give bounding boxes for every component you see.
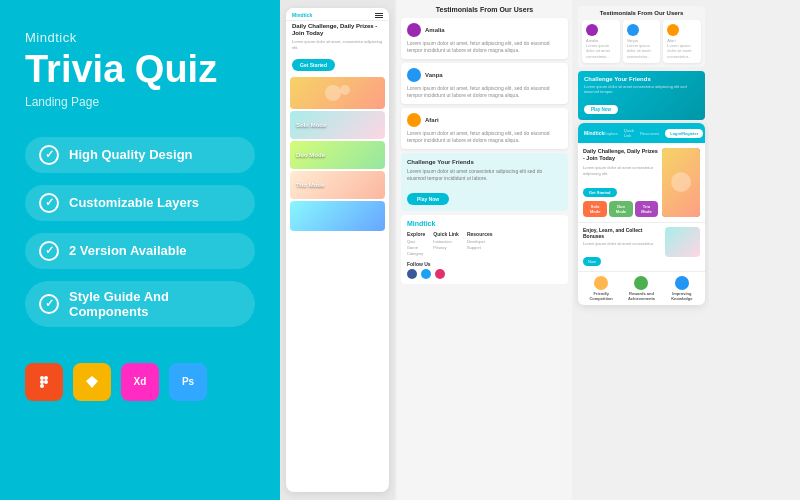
desktop-hero-title: Daily Challenge, Daily Prizes - Join Tod… <box>583 148 658 162</box>
subtitle: Landing Page <box>25 95 255 109</box>
why-label-1: Friendly Competition <box>583 292 619 302</box>
testimonial-text-3: Lorem ipsum dolor sit amet, fetur adipis… <box>407 130 562 144</box>
footer-link-support[interactable]: Support <box>467 245 493 250</box>
desktop-get-started-button[interactable]: Get Started <box>583 188 617 197</box>
why-label-3: Improving Knowledge <box>664 292 700 302</box>
testimonial-1: Amalia Lorem ipsum dolor sit amet, fetur… <box>401 18 568 59</box>
footer-link-quiz[interactable]: Quiz <box>407 239 425 244</box>
testimonial-2: Vanpa Lorem ipsum dolor sit amet, fetur … <box>401 63 568 104</box>
why-item-3: Improving Knowledge <box>664 276 700 302</box>
check-icon-2: ✓ <box>39 193 59 213</box>
mini-avatar-3 <box>667 24 679 36</box>
twitter-icon[interactable] <box>421 269 431 279</box>
desktop-enjoy-title: Enjoy, Learn, and Collect Bonuses <box>583 227 660 239</box>
trio-mode-block: Trio Mode <box>290 171 385 199</box>
footer-link-category[interactable]: Category <box>407 251 425 256</box>
feature-text-2: Customizable Layers <box>69 195 199 210</box>
svg-point-6 <box>325 85 341 101</box>
phone-hero-title: Daily Challenge, Daily Prizes - Join Tod… <box>286 21 389 39</box>
login-register-button[interactable]: Login/Register <box>665 129 703 138</box>
feature-item-1: ✓ High Quality Design <box>25 137 255 173</box>
svg-marker-5 <box>86 376 98 388</box>
phone-hero-desc: Lorem ipsum dolor sit amet, consectetur … <box>286 39 389 52</box>
challenge-text: Lorem ipsum dolor sit amet consectetur a… <box>407 168 562 182</box>
check-icon-1: ✓ <box>39 145 59 165</box>
desktop-duo-chip: Duo Mode <box>609 201 633 217</box>
hamburger-icon[interactable] <box>375 13 383 18</box>
desktop-modes: Solo Mode Duo Mode Trio Mode <box>583 201 658 217</box>
testimonial-text-2: Lorem ipsum dolor sit amet, fetur adipis… <box>407 85 562 99</box>
sketch-icon <box>73 363 111 401</box>
mini-avatar-1 <box>586 24 598 36</box>
why-label-2: Rewards and Achievements <box>623 292 659 302</box>
feature-item-3: ✓ 2 Version Available <box>25 233 255 269</box>
avatar-afari <box>407 113 421 127</box>
mini-testimonial-3: Afari Lorem ipsum dolor sit amet consect… <box>663 20 701 63</box>
feature-text-1: High Quality Design <box>69 147 193 162</box>
footer-link-privacy[interactable]: Privacy <box>433 245 459 250</box>
mini-text-1: Lorem ipsum dolor sit amet consectetur..… <box>586 43 616 59</box>
testimonials-title: Testimonials From Our Users <box>401 6 568 13</box>
why-icon-1 <box>594 276 608 290</box>
feature-text-3: 2 Version Available <box>69 243 187 258</box>
testimonials-grid: Testimonials From Our Users Amalia Lorem… <box>578 6 705 67</box>
feature-item-2: ✓ Customizable Layers <box>25 185 255 221</box>
play-now-button[interactable]: Play Now <box>407 193 449 205</box>
feature-list: ✓ High Quality Design ✓ Customizable Lay… <box>25 137 255 327</box>
why-item-2: Rewards and Achievements <box>623 276 659 302</box>
desktop-header: Mindtick Explore Quick Link Resources Lo… <box>578 123 705 143</box>
facebook-icon[interactable] <box>407 269 417 279</box>
user-name-2: Vanpa <box>425 72 443 78</box>
person-image-block <box>290 201 385 231</box>
footer-link-developer[interactable]: Developer <box>467 239 493 244</box>
xd-icon: Xd <box>121 363 159 401</box>
instagram-icon[interactable] <box>435 269 445 279</box>
footer-col-title-1: Explore <box>407 231 425 237</box>
footer-section: Mindtick Explore Quiz Game Category Quic… <box>401 215 568 284</box>
main-title: Trivia Quiz <box>25 49 255 91</box>
figma-icon <box>25 363 63 401</box>
test-grid: Amalia Lorem ipsum dolor sit amet consec… <box>582 20 701 63</box>
mini-testimonial-2: Vanpa Lorem ipsum dolor sit amet consect… <box>623 20 661 63</box>
footer-link-instruction[interactable]: Instruction <box>433 239 459 244</box>
footer-col-quicklink: Quick Link Instruction Privacy <box>433 231 459 257</box>
desktop-enjoy-section: Enjoy, Learn, and Collect Bonuses Lorem … <box>578 222 705 271</box>
desktop-enjoy-sub: Lorem ipsum dolor sit amet consectetur. <box>583 241 660 246</box>
phone-brand: Mindtick <box>292 12 312 18</box>
get-started-button[interactable]: Get Started <box>292 59 335 71</box>
footer-col-explore: Explore Quiz Game Category <box>407 231 425 257</box>
middle-section: Testimonials From Our Users Amalia Lorem… <box>397 0 572 500</box>
why-icon-2 <box>634 276 648 290</box>
phone-hero-image <box>290 77 385 109</box>
desktop-now-button[interactable]: Now <box>583 257 601 266</box>
svg-point-7 <box>340 85 350 95</box>
footer-link-game[interactable]: Game <box>407 245 425 250</box>
cf-play-button[interactable]: Play Now <box>584 105 618 114</box>
mini-text-2: Lorem ipsum dolor sit amet consectetur..… <box>627 43 657 59</box>
svg-rect-2 <box>40 380 44 384</box>
footer-col-title-2: Quick Link <box>433 231 459 237</box>
testimonial-3: Afari Lorem ipsum dolor sit amet, fetur … <box>401 108 568 149</box>
far-right-section: Testimonials From Our Users Amalia Lorem… <box>574 0 709 500</box>
challenge-friends-banner: Challenge Your Friends Lorem ipsum dolor… <box>578 71 705 120</box>
avatar-amalia <box>407 23 421 37</box>
desktop-trio-chip: Trio Mode <box>635 201 658 217</box>
enjoy-image <box>665 227 700 257</box>
solo-mode-block: Solo Mode <box>290 111 385 139</box>
duo-mode-block: Duo Mode <box>290 141 385 169</box>
footer-columns: Explore Quiz Game Category Quick Link In… <box>407 231 562 257</box>
feature-text-4: Style Guide And Components <box>69 289 241 319</box>
mini-testimonial-1: Amalia Lorem ipsum dolor sit amet consec… <box>582 20 620 63</box>
desktop-text-side: Daily Challenge, Daily Prizes - Join Tod… <box>583 148 658 217</box>
desktop-solo-chip: Solo Mode <box>583 201 607 217</box>
user-name-3: Afari <box>425 117 439 123</box>
testimonial-text-1: Lorem ipsum dolor sit amet, fetur adipis… <box>407 40 562 54</box>
ps-icon: Ps <box>169 363 207 401</box>
phone-mockup: Mindtick Daily Challenge, Daily Prizes -… <box>286 8 389 492</box>
feature-item-4: ✓ Style Guide And Components <box>25 281 255 327</box>
phone-header: Mindtick <box>286 8 389 21</box>
social-icons <box>407 269 562 279</box>
footer-brand: Mindtick <box>407 220 562 227</box>
challenge-friends-card: Challenge Your Friends Lorem ipsum dolor… <box>401 153 568 211</box>
tool-icons: Xd Ps <box>25 363 255 401</box>
